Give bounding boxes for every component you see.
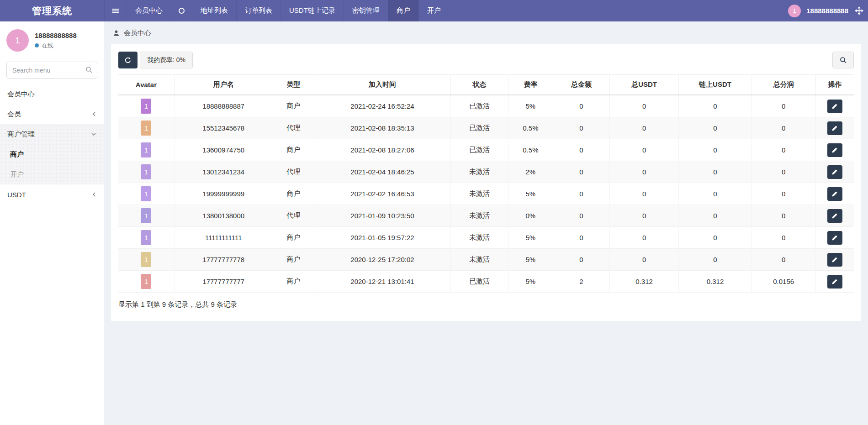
cell-username: 17777777777 [174, 271, 273, 293]
header-total-amount: 总金额 [553, 75, 609, 95]
cell-total-amount: 0 [553, 161, 609, 183]
cell-status: 未激活 [451, 227, 508, 249]
nav-item-merchant[interactable]: 商户 [388, 0, 418, 21]
circle-icon [179, 8, 185, 14]
cell-rate: 5% [508, 183, 553, 205]
cell-total-usdt: 0 [609, 227, 678, 249]
navbar-avatar[interactable]: 1 [788, 5, 801, 17]
nav-item-member-center[interactable]: 会员中心 [127, 0, 171, 21]
sidebar-group-merchant-management: 商户管理 商户 开户 [0, 124, 104, 184]
toolbar: 我的费率: 0% [118, 52, 854, 68]
cell-total-usdt: 0 [609, 161, 678, 183]
edit-button[interactable] [827, 187, 842, 201]
edit-button[interactable] [827, 143, 842, 157]
cell-total-amount: 0 [553, 139, 609, 161]
cell-username: 15512345678 [174, 117, 273, 139]
nav-item-key-management[interactable]: 密钥管理 [344, 0, 388, 21]
cell-chain-usdt: 0 [679, 95, 752, 117]
chevron-left-icon [92, 111, 96, 117]
cell-total-profit: 0 [752, 139, 815, 161]
user-icon [113, 30, 120, 37]
row-avatar: 1 [141, 230, 151, 245]
cell-status: 未激活 [451, 249, 508, 271]
cell-chain-usdt: 0 [679, 227, 752, 249]
header-total-profit: 总分润 [752, 75, 815, 95]
table-row: 1 19999999999 商户 2021-02-02 16:46:53 未激活… [118, 183, 854, 205]
pencil-icon [831, 191, 838, 197]
sidebar-item-member-center[interactable]: 会员中心 [0, 84, 104, 104]
edit-button[interactable] [827, 100, 842, 113]
cell-type: 代理 [273, 161, 314, 183]
cell-total-usdt: 0 [609, 249, 678, 271]
cell-status: 已激活 [451, 139, 508, 161]
nav-item-open-account[interactable]: 开户 [418, 0, 449, 21]
pencil-icon [831, 125, 838, 131]
header-type: 类型 [273, 75, 314, 95]
sidebar-menu: 会员中心 会员 商户管理 商户 开户 [0, 84, 104, 205]
sidebar-item-merchant-management[interactable]: 商户管理 [0, 124, 104, 144]
my-rate-button[interactable]: 我的费率: 0% [140, 52, 193, 68]
cell-join-time: 2021-02-02 16:46:53 [314, 183, 450, 205]
row-avatar: 1 [141, 99, 151, 114]
pencil-icon [831, 147, 838, 153]
cell-rate: 2% [508, 161, 553, 183]
edit-button[interactable] [827, 121, 842, 135]
navbar-username[interactable]: 18888888888 [806, 7, 848, 15]
cell-status: 已激活 [451, 117, 508, 139]
sidebar-toggle-button[interactable] [104, 0, 127, 21]
cell-join-time: 2021-01-05 19:57:22 [314, 227, 450, 249]
header-rate: 费率 [508, 75, 553, 95]
header-avatar: Avatar [118, 75, 174, 95]
cell-total-profit: 0 [752, 117, 815, 139]
pencil-icon [831, 169, 838, 175]
breadcrumb-label: 会员中心 [124, 29, 151, 37]
pencil-icon [831, 213, 838, 219]
cell-chain-usdt: 0 [679, 205, 752, 227]
refresh-button[interactable] [118, 52, 138, 68]
edit-button[interactable] [827, 275, 842, 289]
edit-button[interactable] [827, 231, 842, 245]
sidebar-item-usdt[interactable]: USDT [0, 184, 104, 205]
nav-item-address-list[interactable]: 地址列表 [192, 0, 236, 21]
header-join-time: 加入时间 [314, 75, 450, 95]
navbar-menu: 会员中心 地址列表 订单列表 USDT链上记录 密钥管理 商户 开户 [104, 0, 449, 21]
edit-button[interactable] [827, 253, 842, 267]
cell-total-amount: 0 [553, 205, 609, 227]
sidebar-item-merchant[interactable]: 商户 [0, 144, 104, 164]
cell-type: 商户 [273, 183, 314, 205]
header-actions: 操作 [815, 75, 854, 95]
profile-avatar: 1 [6, 29, 29, 52]
row-avatar: 1 [141, 142, 151, 157]
sidebar-item-open-account[interactable]: 开户 [0, 164, 104, 184]
edit-button[interactable] [827, 165, 842, 179]
sidebar-item-member[interactable]: 会员 [0, 104, 104, 124]
cell-status: 未激活 [451, 161, 508, 183]
online-label: 在线 [42, 42, 53, 50]
cell-type: 代理 [273, 117, 314, 139]
cell-type: 商户 [273, 271, 314, 293]
cell-username: 18888888887 [174, 95, 273, 117]
cell-type: 商户 [273, 139, 314, 161]
cell-total-profit: 0 [752, 183, 815, 205]
table-search-button[interactable] [832, 52, 854, 68]
online-dot-icon [35, 43, 39, 47]
sidebar-search-input[interactable] [6, 62, 97, 79]
fullscreen-arrows-icon [855, 6, 863, 15]
fullscreen-button[interactable] [854, 6, 864, 15]
nav-item-usdt-chain-records[interactable]: USDT链上记录 [281, 0, 344, 21]
refresh-icon [124, 57, 132, 64]
cell-username: 17777777778 [174, 249, 273, 271]
cell-chain-usdt: 0.312 [679, 271, 752, 293]
table-row: 1 18888888887 商户 2021-02-24 16:52:24 已激活… [118, 95, 854, 117]
table-row: 1 15512345678 代理 2021-02-08 18:35:13 已激活… [118, 117, 854, 139]
table-row: 1 13600974750 商户 2021-02-08 18:27:06 已激活… [118, 139, 854, 161]
nav-item-circle[interactable] [171, 0, 192, 21]
pencil-icon [831, 278, 838, 285]
cell-chain-usdt: 0 [679, 117, 752, 139]
row-avatar: 1 [141, 208, 151, 223]
nav-item-order-list[interactable]: 订单列表 [236, 0, 281, 21]
cell-rate: 5% [508, 249, 553, 271]
cell-total-usdt: 0 [609, 205, 678, 227]
edit-button[interactable] [827, 209, 842, 223]
cell-total-amount: 0 [553, 117, 609, 139]
